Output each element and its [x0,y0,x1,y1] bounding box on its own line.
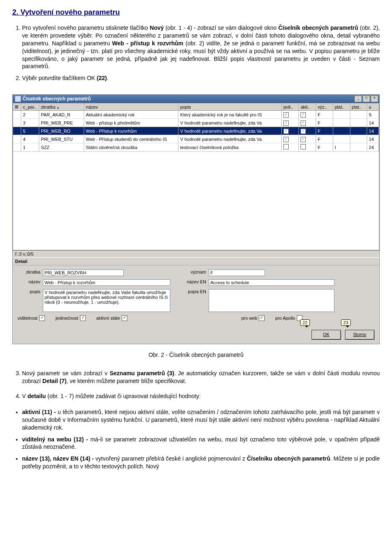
col-plat2[interactable]: plat.. [350,103,367,111]
col-plat1[interactable]: plat.. [333,103,350,111]
text-bold: Nový [150,24,164,31]
table-cell [350,127,367,135]
checkbox-icon: ✓ [283,120,289,126]
popis-en-label: popis EN [181,289,206,294]
col-popis[interactable]: popis [178,103,282,111]
table-cell [350,119,367,127]
table-cell: 5 [21,127,39,135]
text: vytvořený parametr přebírá české i angli… [96,455,247,462]
maximize-button[interactable]: □ [363,96,370,102]
table-cell: Web - Přístup studentů do centrálního IS [84,135,178,143]
proweb-checkbox[interactable]: ✓ [259,315,265,321]
text-bold: detailu [27,393,46,399]
text: . [107,75,109,81]
zkratka-field[interactable] [43,269,124,276]
text: V [22,393,27,399]
table-row[interactable]: 2PAR_AKAD_RAktuální akademický rokKterý … [13,111,379,119]
col-cpar[interactable]: c_par.. [21,103,39,111]
table-row[interactable]: 4PRI_WEB_STUWeb - Přístup studentů do ce… [13,135,379,143]
viditelnost-checkbox[interactable]: ✓ [39,315,45,321]
status-bar: ř.:3 v.:0/5 [13,250,379,257]
table-cell: 2 [21,111,39,119]
text-bold: Číselníku obecných parametrů [247,455,330,462]
vyznam-field[interactable] [209,269,265,276]
checkbox-icon [301,144,306,149]
table-cell: ✓ [282,119,299,127]
col-jedi[interactable]: jedi.. [282,103,299,111]
col-expand[interactable]: ⊞ [13,103,21,111]
table-cell: ✓ [299,135,316,143]
list-item: V detailu (obr. 1 - 7) můžete zadávat či… [22,392,380,400]
table-cell [333,135,350,143]
table-row[interactable]: 3PRI_WEB_PREWeb - přístup k předmětůmV h… [13,119,379,127]
table-cell [13,119,21,127]
table-cell: 1 [21,143,39,151]
zkratka-label: zkratka [18,269,40,274]
jedinecnost-checkbox[interactable]: ✓ [80,315,86,321]
aktivni-label: aktivní stále [96,316,120,321]
table-cell: F [316,111,333,119]
table-cell [282,143,299,151]
nazev-en-field[interactable] [209,279,334,286]
list-item: Pro vytvoření nového parametru stisknete… [22,24,380,70]
table-cell: ✓ [299,119,316,127]
grid-empty-area [13,151,379,250]
list-item: aktivní (11) - u těch parametrů, které n… [22,408,380,432]
table-cell: 4 [21,135,39,143]
col-akti[interactable]: akti.. [299,103,316,111]
table-cell [350,111,367,119]
grid-header-row: ⊞ c_par.. zkratka▲ název popis jedi.. ak… [13,103,379,111]
table-cell: ✓ [282,111,299,119]
table-cell: Státní závěrečná zkouška [84,143,178,151]
figure-caption: Obr. 2 - Číselník obecných parametrů [12,352,380,358]
table-cell: 14 [367,135,379,143]
window-icon [15,96,21,102]
table-cell: PRI_WEB_STU [39,135,84,143]
table-row[interactable]: 1SZZStátní závěrečná zkouškatestovací čí… [13,143,379,151]
list-item: Výběr potvrdíte tlačítkem OK (22). [22,74,380,82]
table-cell: 3 [21,119,39,127]
table-cell: Web - přístup k předmětům [84,119,178,127]
text-bold: (22) [97,75,107,81]
checkbox-icon: ✓ [301,120,306,126]
text-bold: aktivní (11) - [22,409,58,415]
section-title: 2. Vytvoření nového parametru [12,8,380,17]
col-nazev[interactable]: název [84,103,178,111]
table-cell: SZZ [39,143,84,151]
col-vyz[interactable]: výz.. [316,103,333,111]
list-item: název (13), název EN (14) - vytvořený pa… [22,455,380,470]
table-cell: testovací číselníková položka [178,143,282,151]
popis-en-field[interactable] [209,289,334,312]
data-grid[interactable]: ⊞ c_par.. zkratka▲ název popis jedi.. ak… [13,103,379,250]
table-row[interactable]: 5PRI_WEB_ROWeb - Přístup k rozvrhůmV hod… [13,127,379,135]
top-ordered-list: Pro vytvoření nového parametru stisknete… [22,24,380,82]
table-cell [13,135,21,143]
text: , ve kterém můžete parametr blíže specif… [67,378,186,384]
minimize-button[interactable]: _ [354,96,362,102]
sort-icon: ▲ [56,105,60,109]
text-bold: Číselník obecných parametrů [278,24,359,31]
callout-22: 22 [300,319,310,326]
ok-button[interactable]: OK [312,330,341,340]
col-u[interactable]: u [367,103,379,111]
text: Výběr potvrdíte tlačítkem OK [22,75,97,81]
table-cell [350,135,367,143]
close-button[interactable]: × [371,96,378,102]
checkbox-icon: ✓ [283,137,289,142]
checkbox-icon: ✓ [301,129,306,134]
table-cell: ✓ [299,111,316,119]
table-cell: F [316,119,333,127]
dialog-window: Číselník obecných parametrů _ □ × ⊞ c_pa… [12,94,380,344]
popis-field[interactable] [43,289,170,312]
table-cell: F [316,135,333,143]
table-cell [333,111,350,119]
text: u těch parametrů, které nejsou aktivní s… [22,409,380,431]
table-cell: ✓ [282,127,299,135]
nazev-field[interactable] [43,279,170,286]
table-cell [13,127,21,135]
storno-button[interactable]: Storno [345,330,374,340]
col-zkratka[interactable]: zkratka▲ [39,103,84,111]
aktivni-checkbox[interactable]: ✓ [122,315,127,321]
checkbox-icon [283,144,289,149]
bottom-ordered-list: Nový parametr se vám zobrazí v Seznamu p… [22,370,380,400]
